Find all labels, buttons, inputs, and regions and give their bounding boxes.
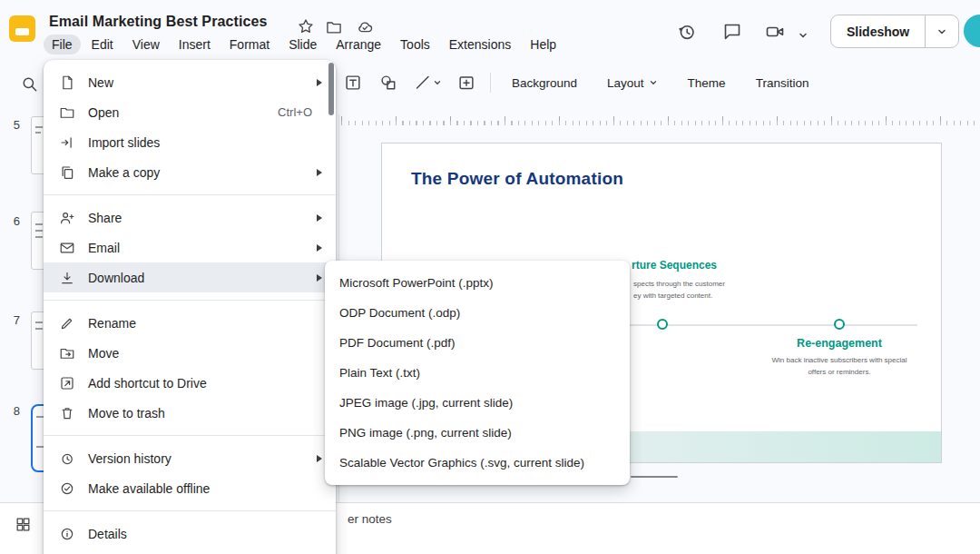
insert-placeholder-icon[interactable] — [455, 71, 478, 94]
comments-icon[interactable] — [720, 20, 744, 44]
menu-item-label: Rename — [88, 316, 136, 331]
menu-item-label: Share — [88, 211, 122, 225]
account-avatar[interactable] — [964, 15, 980, 47]
timeline-line — [630, 324, 917, 326]
layout-button[interactable]: Layout — [598, 71, 667, 95]
menu-slide[interactable]: Slide — [280, 35, 325, 54]
menu-divider — [44, 510, 336, 511]
move-folder-icon — [58, 345, 76, 361]
text-box-icon[interactable] — [341, 71, 365, 94]
menu-arrange[interactable]: Arrange — [328, 35, 389, 54]
version-history-clock-icon — [58, 450, 76, 467]
menu-item-shortcut: Ctrl+O — [278, 105, 323, 119]
file-menu-item-move[interactable]: Move — [44, 338, 336, 368]
file-menu-item-share[interactable]: Share — [44, 203, 336, 232]
file-menu-item-make-available-offline[interactable]: Make available offline — [44, 473, 336, 503]
file-menu-item-make-a-copy[interactable]: Make a copy — [44, 157, 336, 187]
slides-app-icon[interactable] — [9, 15, 35, 42]
version-history-icon[interactable] — [675, 20, 699, 44]
reengagement-heading[interactable]: Re-engagement — [767, 337, 912, 350]
toolbar: Background Layout Theme Transition — [341, 68, 818, 97]
thumbnail-content — [35, 236, 43, 238]
menu-view[interactable]: View — [124, 35, 168, 54]
download-option-png[interactable]: PNG image (.png, current slide) — [325, 418, 630, 448]
trash-icon — [58, 405, 76, 421]
submenu-arrow-icon — [316, 243, 323, 252]
document-status-cloud-icon[interactable] — [356, 18, 374, 36]
menu-item-label: Email — [88, 241, 120, 255]
download-option-pdf[interactable]: PDF Document (.pdf) — [325, 328, 630, 358]
grid-view-icon[interactable] — [15, 516, 32, 533]
canvas-horizontal-scrollbar[interactable] — [631, 476, 678, 478]
insert-shape-icon[interactable] — [377, 71, 400, 94]
meet-chevron-down-icon[interactable] — [791, 24, 815, 47]
nurture-sequences-heading[interactable]: rture Sequences — [632, 259, 717, 272]
file-menu-item-version-history[interactable]: Version history — [44, 443, 336, 473]
download-option-jpeg[interactable]: JPEG image (.jpg, current slide) — [325, 388, 630, 418]
slideshow-options-chevron-icon[interactable] — [926, 26, 958, 37]
file-menu-item-rename[interactable]: Rename — [44, 308, 336, 338]
menu-scrollbar[interactable] — [328, 63, 334, 115]
menu-item-label: Download — [88, 271, 144, 285]
submenu-arrow-icon — [316, 454, 323, 463]
copy-icon — [58, 164, 76, 181]
toolbar-separator — [490, 73, 491, 93]
document-title[interactable]: Email Marketing Best Practices — [49, 14, 267, 30]
nurture-body-line2[interactable]: ey with targeted content. — [633, 292, 712, 300]
background-button[interactable]: Background — [503, 71, 586, 95]
slide-number: 5 — [5, 118, 20, 132]
menu-insert[interactable]: Insert — [171, 35, 219, 54]
menu-help[interactable]: Help — [522, 35, 564, 54]
ruler — [341, 116, 980, 125]
thumbnail-content — [35, 126, 43, 128]
search-menus-icon[interactable] — [18, 73, 42, 96]
menu-tools[interactable]: Tools — [392, 35, 438, 54]
slideshow-button[interactable]: Slideshow — [831, 25, 925, 39]
info-icon — [58, 526, 76, 542]
submenu-arrow-icon — [316, 213, 323, 223]
file-menu-item-add-shortcut-to-drive[interactable]: Add shortcut to Drive — [44, 368, 336, 398]
file-menu-item-new[interactable]: New — [44, 67, 336, 97]
file-menu-item-email[interactable]: Email — [44, 232, 336, 262]
menu-edit[interactable]: Edit — [83, 35, 122, 54]
thumbnail-content — [35, 230, 43, 232]
download-option-pptx[interactable]: Microsoft PowerPoint (.pptx) — [325, 268, 630, 298]
email-envelope-icon — [58, 240, 76, 256]
menu-item-label: Open — [88, 105, 119, 120]
star-icon[interactable] — [297, 17, 315, 35]
file-menu-item-import-slides[interactable]: Import slides — [44, 127, 336, 157]
slides-app-icon-inner — [15, 28, 29, 35]
menu-extensions[interactable]: Extensions — [441, 35, 519, 54]
transition-button[interactable]: Transition — [747, 71, 818, 95]
speaker-notes-text[interactable]: er notes — [348, 512, 392, 526]
meet-camera-icon[interactable] — [763, 20, 787, 44]
file-menu-item-open[interactable]: Open Ctrl+O — [44, 97, 336, 127]
share-person-add-icon — [58, 210, 76, 226]
rename-pencil-icon — [58, 315, 76, 331]
thumbnail-content — [35, 132, 41, 134]
download-option-txt[interactable]: Plain Text (.txt) — [325, 358, 630, 388]
download-option-svg[interactable]: Scalable Vector Graphics (.svg, current … — [325, 448, 630, 478]
slideshow-button-group: Slideshow — [830, 15, 959, 48]
reengagement-body-line1[interactable]: Win back inactive subscribers with speci… — [749, 356, 930, 364]
menu-item-label: Details — [88, 527, 127, 541]
move-document-folder-icon[interactable] — [325, 18, 343, 36]
thumbnail-content — [35, 223, 43, 225]
menu-file[interactable]: File — [44, 35, 81, 54]
offline-check-icon — [58, 480, 76, 497]
submenu-arrow-icon — [316, 273, 323, 282]
file-menu-item-details[interactable]: Details — [44, 519, 336, 549]
insert-line-icon[interactable] — [412, 71, 443, 94]
slide-title-text[interactable]: The Power of Automation — [411, 169, 623, 189]
submenu-arrow-icon — [316, 168, 323, 177]
new-document-icon — [58, 74, 76, 91]
theme-button[interactable]: Theme — [679, 71, 735, 95]
reengagement-body-line2[interactable]: offers or reminders. — [749, 368, 930, 376]
download-option-odp[interactable]: ODP Document (.odp) — [325, 298, 630, 328]
file-menu-item-download[interactable]: Download — [44, 262, 336, 292]
menu-item-label: Version history — [88, 451, 172, 466]
file-menu-item-move-to-trash[interactable]: Move to trash — [44, 398, 336, 428]
nurture-body-line1[interactable]: spects through the customer — [633, 280, 725, 288]
menu-format[interactable]: Format — [221, 35, 278, 54]
thumbnail-content — [36, 446, 44, 448]
